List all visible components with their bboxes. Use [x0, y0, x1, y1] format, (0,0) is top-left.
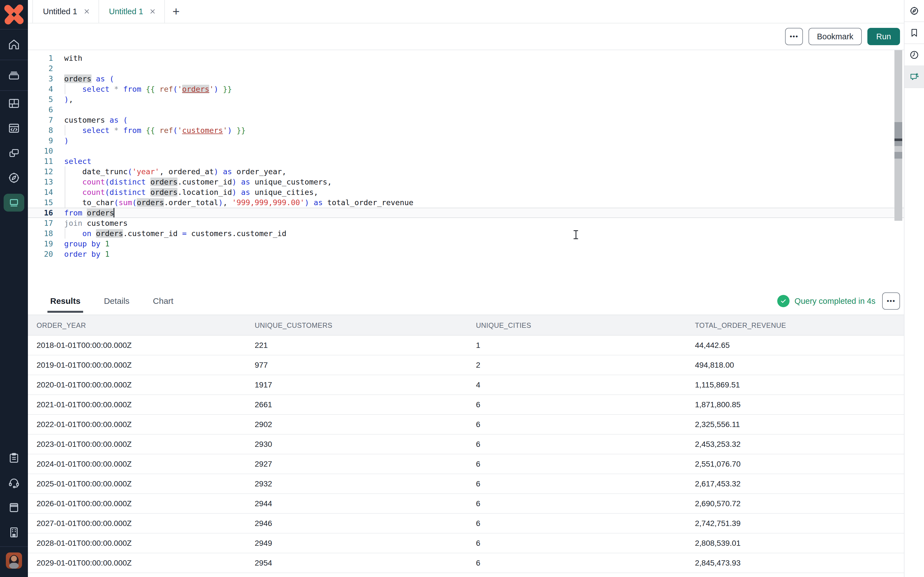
tab-details[interactable]: Details — [102, 288, 131, 314]
results-header: Results Details Chart Query completed in… — [28, 288, 904, 316]
windows-icon — [8, 147, 20, 160]
code-line[interactable]: 19group by 1 — [28, 239, 904, 249]
table-cell: 2,551,076.70 — [686, 459, 904, 469]
line-number: 5 — [28, 95, 53, 104]
scrollbar-mark — [895, 141, 902, 146]
line-number: 14 — [28, 188, 53, 197]
app-window: Untitled 1 Untitled 1 + ••• Bookmark Run… — [0, 0, 924, 577]
table-cell: 2022-01-01T00:00:00.000Z — [28, 420, 246, 429]
line-number: 8 — [28, 126, 53, 135]
clipboard-icon — [8, 451, 20, 464]
tab-untitled-1[interactable]: Untitled 1 — [32, 0, 99, 23]
sidebar-item-organization[interactable] — [0, 520, 28, 545]
sidebar-item-explore[interactable] — [0, 165, 28, 190]
compass-icon — [8, 171, 20, 184]
panel-item-bookmarks[interactable] — [905, 22, 924, 44]
code-line[interactable]: 10 — [28, 146, 904, 156]
line-number: 13 — [28, 177, 53, 186]
panel-item-ai-chat[interactable] — [905, 66, 924, 88]
table-cell: 6 — [467, 400, 686, 409]
code-line[interactable]: 9) — [28, 135, 904, 146]
code-line[interactable]: 11select — [28, 156, 904, 166]
sidebar-item-docs[interactable] — [0, 495, 28, 520]
editor-scrollbar[interactable] — [895, 50, 902, 221]
close-icon[interactable] — [149, 8, 156, 15]
table-cell: 2,325,556.11 — [686, 420, 904, 429]
sidebar-item-dashboards[interactable] — [0, 91, 28, 116]
query-status-text: Query completed in 4s — [795, 297, 876, 306]
tab-results[interactable]: Results — [48, 288, 82, 314]
line-number: 7 — [28, 116, 53, 124]
code-line[interactable]: 8 select * from {{ ref('customers') }} — [28, 125, 904, 135]
results-panel: Results Details Chart Query completed in… — [28, 288, 904, 577]
line-number: 4 — [28, 85, 53, 93]
main-panel: Untitled 1 Untitled 1 + ••• Bookmark Run… — [28, 0, 904, 577]
code-line[interactable]: 2 — [28, 63, 904, 74]
tab-chart[interactable]: Chart — [151, 288, 175, 314]
code-line[interactable]: 16from orders — [28, 208, 904, 218]
code-line[interactable]: 6 — [28, 105, 904, 115]
table-cell: 4 — [467, 380, 686, 389]
run-button[interactable]: Run — [867, 28, 900, 45]
line-number: 17 — [28, 219, 53, 227]
table-cell: 2932 — [246, 479, 467, 488]
sidebar-item-support[interactable] — [0, 470, 28, 495]
table-cell: 2,690,570.72 — [686, 499, 904, 508]
code-line[interactable]: 7customers as ( — [28, 115, 904, 125]
more-options-button[interactable]: ••• — [785, 28, 803, 45]
sidebar-item-apps[interactable] — [0, 140, 28, 165]
bookmark-button[interactable]: Bookmark — [809, 28, 862, 45]
code-line[interactable]: 12 date_trunc('year', ordered_at) as ord… — [28, 166, 904, 177]
column-header: UNIQUE_CITIES — [467, 321, 686, 329]
app-logo[interactable] — [0, 0, 28, 29]
line-number: 15 — [28, 198, 53, 207]
sidebar-item-data-sources[interactable] — [0, 60, 28, 91]
table-cell: 2,453,253.32 — [686, 440, 904, 449]
code-text: with — [64, 54, 82, 63]
code-line[interactable]: 3orders as ( — [28, 74, 904, 84]
code-line[interactable]: 14 count(distinct orders.location_id) as… — [28, 187, 904, 197]
column-header: UNIQUE_CUSTOMERS — [246, 321, 467, 329]
table-cell: 6 — [467, 539, 686, 548]
code-text: select — [64, 157, 92, 166]
code-text: orders as ( — [64, 74, 114, 83]
scrollbar-mark — [895, 122, 902, 140]
results-tabs: Results Details Chart — [48, 288, 175, 314]
table-cell: 2027-01-01T00:00:00.000Z — [28, 519, 246, 528]
code-line[interactable]: 17join customers — [28, 218, 904, 228]
line-number: 10 — [28, 147, 53, 155]
code-text: count(distinct orders.customer_id) as un… — [64, 177, 332, 186]
new-tab-button[interactable]: + — [165, 0, 187, 23]
table-cell: 2946 — [246, 519, 467, 528]
code-line[interactable]: 15 to_char(sum(orders.order_total), '999… — [28, 197, 904, 208]
results-more-button[interactable]: ••• — [882, 292, 900, 310]
success-check-icon — [777, 295, 790, 307]
table-cell: 2028-01-01T00:00:00.000Z — [28, 539, 246, 548]
code-line[interactable]: 1with — [28, 53, 904, 63]
support-headset-icon — [8, 476, 20, 489]
tab-untitled-2[interactable]: Untitled 1 — [99, 0, 165, 23]
code-line[interactable]: 20order by 1 — [28, 249, 904, 259]
table-cell: 2949 — [246, 539, 467, 548]
sidebar-active-indicator — [3, 194, 24, 211]
code-line[interactable]: 13 count(distinct orders.customer_id) as… — [28, 177, 904, 187]
tab-label: Untitled 1 — [109, 7, 144, 16]
sidebar-item-home[interactable] — [0, 29, 28, 60]
sidebar-item-code-browser[interactable] — [0, 116, 28, 140]
panel-item-history[interactable] — [905, 44, 924, 66]
code-text: on orders.customer_id = customers.custom… — [64, 229, 286, 238]
code-line[interactable]: 18 on orders.customer_id = customers.cus… — [28, 228, 904, 239]
code-line[interactable]: 4 select * from {{ ref('orders') }} — [28, 84, 904, 94]
close-icon[interactable] — [83, 8, 90, 15]
compass-icon — [909, 6, 919, 16]
sidebar-item-tasks[interactable] — [0, 445, 28, 470]
table-cell: 2902 — [246, 420, 467, 429]
table-cell: 2944 — [246, 499, 467, 508]
sql-editor[interactable]: 1with23orders as (4 select * from {{ ref… — [28, 50, 904, 288]
sidebar-item-terminal[interactable] — [0, 190, 28, 215]
code-line[interactable]: 5), — [28, 94, 904, 105]
panel-item-explore[interactable] — [905, 0, 924, 22]
user-avatar[interactable] — [6, 553, 22, 569]
column-header: ORDER_YEAR — [28, 321, 246, 329]
code-text: count(distinct orders.location_id) as un… — [64, 188, 318, 197]
